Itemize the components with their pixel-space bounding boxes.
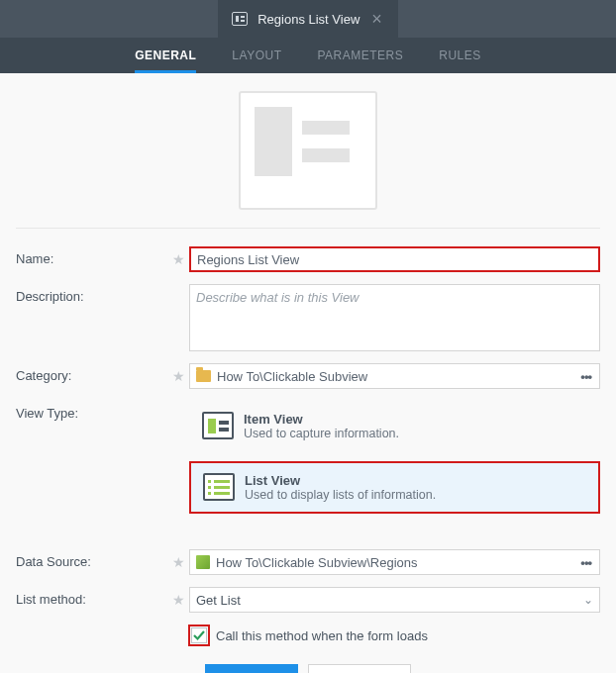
list-view-icon bbox=[203, 473, 235, 501]
title-bar: Regions List View × bbox=[0, 0, 616, 38]
divider bbox=[16, 228, 600, 229]
required-star-icon: ★ bbox=[172, 246, 185, 267]
view-type-item-desc: Used to capture information. bbox=[244, 427, 399, 440]
call-method-checkbox[interactable] bbox=[191, 627, 207, 643]
checkmark-icon bbox=[193, 629, 205, 641]
label-view-type: View Type: bbox=[16, 401, 172, 421]
title-tab: Regions List View × bbox=[218, 0, 398, 38]
name-input[interactable] bbox=[189, 246, 600, 272]
view-type-list[interactable]: List View Used to display lists of infor… bbox=[189, 461, 600, 514]
tab-parameters[interactable]: PARAMETERS bbox=[317, 38, 403, 73]
data-source-value: How To\Clickable Subview\Regions bbox=[216, 555, 570, 570]
create-button[interactable]: CREATE bbox=[205, 664, 299, 673]
button-row: CREATE DISCARD bbox=[16, 664, 600, 673]
preview-wrap bbox=[16, 73, 600, 228]
row-list-method: List method: ★ Get List ⌄ bbox=[16, 587, 600, 613]
label-name: Name: bbox=[16, 246, 172, 266]
list-view-icon bbox=[232, 12, 248, 26]
content-area: Name: ★ Description: ★ Category: ★ How T… bbox=[0, 73, 616, 673]
view-type-item[interactable]: Item View Used to capture information. bbox=[189, 401, 600, 451]
required-star-icon: ★ bbox=[172, 363, 185, 384]
chevron-down-icon: ⌄ bbox=[583, 593, 593, 607]
window-title: Regions List View bbox=[257, 12, 359, 27]
view-type-list-title: List View bbox=[245, 473, 436, 488]
description-input[interactable] bbox=[189, 284, 600, 351]
row-view-type: View Type: ★ Item View Used to capture i… bbox=[16, 401, 600, 514]
label-data-source: Data Source: bbox=[16, 549, 172, 569]
close-icon[interactable]: × bbox=[369, 9, 384, 30]
label-category: Category: bbox=[16, 363, 172, 383]
item-view-icon bbox=[202, 412, 234, 439]
tab-rules[interactable]: RULES bbox=[439, 38, 481, 73]
call-method-checkbox-row: Call this method when the form loads bbox=[188, 625, 600, 646]
view-type-list-desc: Used to display lists of information. bbox=[245, 488, 436, 502]
view-type-item-title: Item View bbox=[244, 412, 399, 427]
tab-layout[interactable]: LAYOUT bbox=[232, 38, 281, 73]
folder-icon bbox=[196, 370, 211, 382]
category-picker[interactable]: How To\Clickable Subview ••• bbox=[189, 363, 600, 389]
discard-button[interactable]: DISCARD bbox=[308, 664, 411, 673]
tabs-bar: GENERAL LAYOUT PARAMETERS RULES bbox=[0, 38, 616, 73]
row-description: Description: ★ bbox=[16, 284, 600, 351]
view-preview-thumbnail bbox=[239, 91, 377, 210]
checkbox-highlight bbox=[188, 625, 210, 646]
row-data-source: Data Source: ★ How To\Clickable Subview\… bbox=[16, 549, 600, 575]
row-name: Name: ★ bbox=[16, 246, 600, 272]
data-source-picker[interactable]: How To\Clickable Subview\Regions ••• bbox=[189, 549, 600, 575]
tab-general[interactable]: GENERAL bbox=[135, 38, 196, 73]
category-value: How To\Clickable Subview bbox=[217, 369, 570, 384]
label-description: Description: bbox=[16, 284, 172, 304]
row-category: Category: ★ How To\Clickable Subview ••• bbox=[16, 363, 600, 389]
required-star-icon: ★ bbox=[172, 587, 185, 608]
ellipsis-icon[interactable]: ••• bbox=[576, 369, 595, 384]
list-method-select[interactable]: Get List ⌄ bbox=[189, 587, 600, 613]
smartobject-icon bbox=[196, 555, 210, 569]
label-list-method: List method: bbox=[16, 587, 172, 607]
list-method-value: Get List bbox=[196, 593, 241, 608]
call-method-label: Call this method when the form loads bbox=[216, 628, 428, 643]
required-star-icon: ★ bbox=[172, 549, 185, 570]
ellipsis-icon[interactable]: ••• bbox=[576, 555, 595, 570]
